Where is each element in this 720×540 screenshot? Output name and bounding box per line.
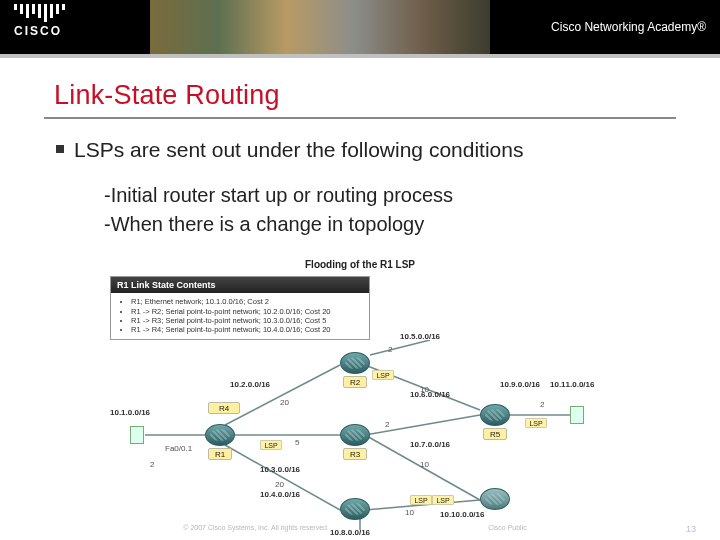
panel-item: R1; Ethernet network; 10.1.0.0/16; Cost … (131, 297, 363, 306)
slide-title: Link-State Routing (54, 80, 666, 111)
svg-line-5 (365, 415, 480, 435)
sub-bullet-2: -When there is a change in topology (104, 210, 664, 239)
lan-icon (570, 406, 584, 424)
bullet-icon (56, 145, 64, 153)
router-label-r2: R2 (343, 376, 367, 388)
page-number: 13 (686, 524, 696, 534)
lsp-tag: LSP (525, 418, 547, 428)
bullet-text: LSPs are sent out under the following co… (74, 137, 523, 163)
diagram-title: Flooding of the R1 LSP (110, 259, 610, 270)
cost-5: 5 (295, 438, 299, 447)
router-r2 (340, 352, 370, 374)
title-area: Link-State Routing (44, 80, 676, 119)
svg-line-3 (225, 445, 340, 510)
net-10-7: 10.7.0.0/16 (410, 440, 450, 449)
router-label-r1: R1 (208, 448, 232, 460)
router-label-r3: R3 (343, 448, 367, 460)
slide-footer: © 2007 Cisco Systems, Inc. All rights re… (0, 524, 720, 534)
cost-10: 10 (405, 508, 414, 517)
footer-copyright: © 2007 Cisco Systems, Inc. All rights re… (183, 524, 329, 534)
net-10-11: 10.11.0.0/16 (550, 380, 594, 389)
lsp-tag: LSP (432, 495, 454, 505)
panel-body: R1; Ethernet network; 10.1.0.0/16; Cost … (111, 293, 369, 339)
net-10-4: 10.4.0.0/16 (260, 490, 300, 499)
academy-wordmark: Cisco Networking Academy® (551, 20, 706, 34)
net-10-6: 10.6.0.0/16 (410, 390, 450, 399)
slide-body: LSPs are sent out under the following co… (0, 119, 720, 530)
slide-header: CISCO Cisco Networking Academy® (0, 0, 720, 54)
router-r4 (340, 498, 370, 520)
link-state-panel: R1 Link State Contents R1; Ethernet netw… (110, 276, 370, 340)
sub-bullet-1: -Initial router start up or routing proc… (104, 181, 664, 210)
net-10-2: 10.2.0.0/16 (230, 380, 270, 389)
router-label-r5: R5 (483, 428, 507, 440)
cisco-logo: CISCO (14, 4, 65, 38)
svg-line-9 (370, 340, 430, 355)
router-extra (480, 488, 510, 510)
header-photo-strip (150, 0, 490, 54)
net-10-1: 10.1.0.0/16 (110, 408, 150, 417)
footer-classification: Cisco Public (488, 524, 527, 534)
net-10-9: 10.9.0.0/16 (500, 380, 540, 389)
cost-10: 10 (420, 460, 429, 469)
cisco-wordmark: CISCO (14, 24, 65, 38)
cost-2: 2 (385, 420, 389, 429)
lsp-tag: LSP (410, 495, 432, 505)
net-10-5: 10.5.0.0/16 (400, 332, 440, 341)
lsp-tag: LSP (372, 370, 394, 380)
lsp-tag: LSP (260, 440, 282, 450)
panel-item: R1 -> R4; Serial point-to-point network;… (131, 325, 363, 334)
lan-icon (130, 426, 144, 444)
net-10-3: 10.3.0.0/16 (260, 465, 300, 474)
cost-10: 10 (420, 385, 429, 394)
panel-item: R1 -> R3; Serial point-to-point network;… (131, 316, 363, 325)
cost-2: 2 (540, 400, 544, 409)
diagram: Flooding of the R1 LSP R1 Link State Con… (110, 259, 610, 530)
cost-2: 2 (388, 345, 392, 354)
cost-2: 2 (150, 460, 154, 469)
cost-20: 20 (280, 398, 289, 407)
svg-line-1 (225, 365, 340, 425)
panel-header: R1 Link State Contents (111, 277, 369, 293)
net-10-10: 10.10.0.0/16 (440, 510, 484, 519)
iface-label: Fa0/0.1 (165, 444, 192, 453)
router-r5 (480, 404, 510, 426)
panel-item: R1 -> R2; Serial point-to-point network;… (131, 307, 363, 316)
router-r1 (205, 424, 235, 446)
r4-altlabel: R4 (208, 402, 240, 414)
topology: R1 R2 R3 R5 LSP LSP LSP LSP LSP R4 10.1.… (110, 340, 610, 530)
router-r3 (340, 424, 370, 446)
cost-20: 20 (275, 480, 284, 489)
